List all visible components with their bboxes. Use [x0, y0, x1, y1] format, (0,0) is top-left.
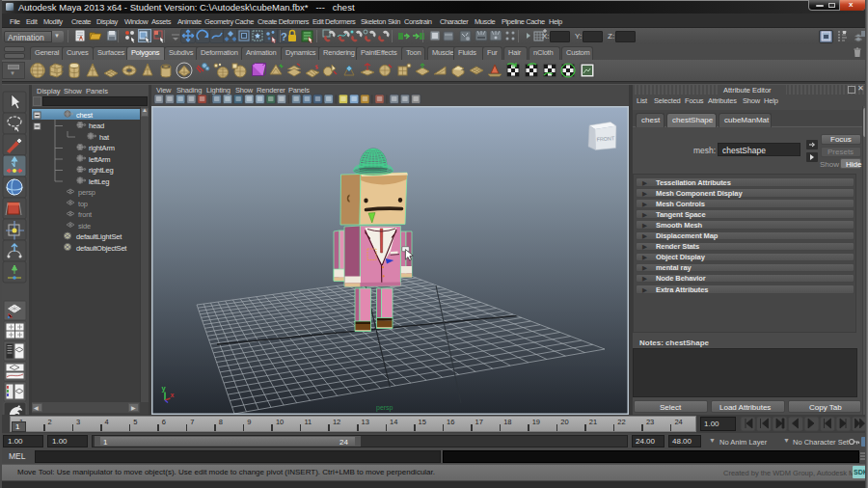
svg-text:x: x: [171, 392, 175, 398]
svg-text:persp: persp: [376, 404, 393, 412]
